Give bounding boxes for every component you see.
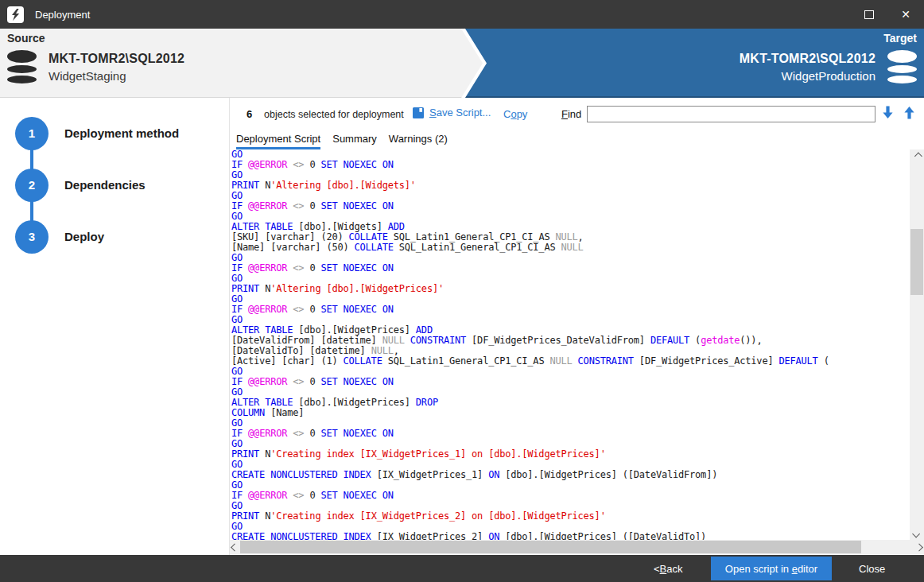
maximize-icon xyxy=(864,10,874,19)
tab-deployment-script[interactable]: Deployment Script xyxy=(236,133,320,149)
script-line: [Active] [char] (1) COLLATE SQL_Latin1_G… xyxy=(231,356,910,367)
arrow-down-icon xyxy=(882,106,894,119)
script-line: ALTER TABLE [dbo].[WidgetPrices] DROP xyxy=(231,398,910,408)
window-title: Deployment xyxy=(35,9,90,21)
main-panel: 6 objects selected for deployment Save S… xyxy=(230,98,924,555)
open-script-in-editor-button[interactable]: Open script in editor xyxy=(711,557,832,580)
step-label: Dependencies xyxy=(64,178,146,192)
step-number-badge: 3 xyxy=(15,220,49,254)
object-count: 6 xyxy=(247,108,252,120)
find-label: Find xyxy=(561,108,581,120)
step-number-badge: 1 xyxy=(15,117,49,150)
vertical-scrollbar-thumb[interactable] xyxy=(910,229,923,295)
chevron-left-icon xyxy=(231,543,239,551)
chevron-right-icon xyxy=(915,543,923,551)
object-count-label: objects selected for deployment xyxy=(264,109,404,120)
back-button[interactable]: < Back xyxy=(654,555,683,582)
database-icon-source xyxy=(7,50,37,83)
deployment-script-viewer[interactable]: GOIF @@ERROR <> 0 SET NOEXEC ONGOPRINT N… xyxy=(231,149,910,540)
database-icon-target xyxy=(887,50,917,83)
script-line: IF @@ERROR <> 0 SET NOEXEC ON xyxy=(231,491,910,501)
script-line: IF @@ERROR <> 0 SET NOEXEC ON xyxy=(231,263,910,274)
footer-bar: < Back Open script in editor Close xyxy=(0,555,924,582)
scroll-up-button[interactable] xyxy=(910,149,924,162)
source-server-name: MKT-TOMR2\SQL2012 xyxy=(49,52,184,66)
find-previous-button[interactable] xyxy=(903,106,915,119)
script-line: PRINT N'Altering [dbo].[WidgetPrices]' xyxy=(231,284,910,294)
sql-compare-logo-icon xyxy=(10,9,21,21)
source-database-name: WidgetStaging xyxy=(49,69,184,83)
save-script-label: Save Script... xyxy=(429,107,491,118)
save-script-button[interactable]: Save Script... xyxy=(413,107,491,118)
script-line: [Name] [varchar] (50) COLLATE SQL_Latin1… xyxy=(231,242,910,253)
horizontal-scrollbar[interactable] xyxy=(230,540,924,554)
window-close-button[interactable]: ✕ xyxy=(887,0,924,29)
script-line: IF @@ERROR <> 0 SET NOEXEC ON xyxy=(231,377,910,387)
source-database-block: MKT-TOMR2\SQL2012 WidgetStaging xyxy=(7,50,184,83)
titlebar: Deployment ✕ xyxy=(0,0,924,29)
script-line: IF @@ERROR <> 0 SET NOEXEC ON xyxy=(231,160,910,170)
copy-button[interactable]: Copy xyxy=(503,108,527,120)
script-line: PRINT N'Altering [dbo].[Widgets]' xyxy=(231,180,910,191)
script-line: PRINT N'Creating index [IX_WidgetPrices_… xyxy=(231,449,910,460)
source-target-header: Source MKT-TOMR2\SQL2012 WidgetStaging T… xyxy=(0,29,924,98)
script-line: IF @@ERROR <> 0 SET NOEXEC ON xyxy=(231,201,910,211)
script-line: CREATE NONCLUSTERED INDEX [IX_WidgetPric… xyxy=(231,532,910,540)
chevron-down-icon xyxy=(912,530,920,537)
window-buttons: ✕ xyxy=(851,0,924,29)
wizard-step-3[interactable]: 3Deploy xyxy=(15,211,179,262)
tab-bar: Deployment ScriptSummaryWarnings (2) xyxy=(236,133,448,149)
target-database-name: WidgetProduction xyxy=(740,69,875,83)
tab-warnings-2[interactable]: Warnings (2) xyxy=(389,133,448,149)
wizard-step-1[interactable]: 1Deployment method xyxy=(15,107,179,159)
maximize-button[interactable] xyxy=(851,0,887,29)
step-number-badge: 2 xyxy=(15,169,49,202)
tab-summary[interactable]: Summary xyxy=(332,133,377,149)
arrow-up-icon xyxy=(903,106,915,119)
scroll-down-button[interactable] xyxy=(910,527,924,540)
script-line: COLUMN [Name] xyxy=(231,408,910,418)
wizard-steps: 1Deployment method2Dependencies3Deploy xyxy=(15,107,179,262)
script-line: IF @@ERROR <> 0 SET NOEXEC ON xyxy=(231,305,910,315)
chevron-up-icon xyxy=(914,152,922,160)
save-icon xyxy=(413,107,424,118)
script-line: CREATE NONCLUSTERED INDEX [IX_WidgetPric… xyxy=(231,470,910,480)
wizard-sidebar: 1Deployment method2Dependencies3Deploy xyxy=(0,98,230,555)
app-icon xyxy=(7,6,24,23)
script-line: PRINT N'Creating index [IX_WidgetPrices_… xyxy=(231,511,910,522)
step-label: Deployment method xyxy=(64,126,179,140)
vertical-scrollbar[interactable] xyxy=(910,149,924,540)
scroll-right-button[interactable] xyxy=(912,540,924,554)
target-server-name: MKT-TOMR2\SQL2012 xyxy=(740,52,875,66)
target-label: Target xyxy=(883,32,917,45)
script-line: IF @@ERROR <> 0 SET NOEXEC ON xyxy=(231,429,910,439)
target-database-block: MKT-TOMR2\SQL2012 WidgetProduction xyxy=(740,50,917,83)
step-label: Deploy xyxy=(64,230,104,243)
source-label: Source xyxy=(7,32,45,45)
horizontal-scrollbar-thumb[interactable] xyxy=(240,541,861,553)
wizard-step-2[interactable]: 2Dependencies xyxy=(15,159,179,211)
find-input[interactable] xyxy=(587,106,875,122)
close-button[interactable]: Close xyxy=(859,555,885,582)
find-next-button[interactable] xyxy=(882,106,894,119)
